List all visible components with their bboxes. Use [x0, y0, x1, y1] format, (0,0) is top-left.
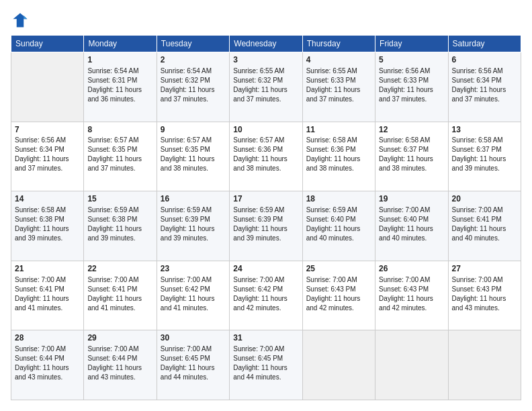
day-header-friday: Friday — [375, 36, 448, 52]
day-info: and 39 minutes. — [161, 234, 226, 243]
day-number: 8 — [87, 124, 152, 136]
day-info: and 36 minutes. — [87, 95, 152, 104]
day-info: Sunset: 6:42 PM — [161, 285, 226, 294]
day-info: Sunset: 6:37 PM — [452, 145, 517, 154]
day-number: 17 — [233, 193, 298, 205]
day-info: Daylight: 11 hours — [452, 224, 517, 234]
day-header-tuesday: Tuesday — [157, 36, 229, 52]
day-info: Sunset: 6:41 PM — [15, 285, 80, 294]
day-info: Sunset: 6:38 PM — [15, 215, 80, 224]
day-info: Daylight: 11 hours — [306, 224, 371, 234]
day-number: 3 — [233, 54, 298, 66]
day-info: and 38 minutes. — [161, 164, 226, 173]
day-info: Sunset: 6:40 PM — [379, 215, 444, 224]
calendar-cell: 23Sunrise: 7:00 AMSunset: 6:42 PMDayligh… — [157, 261, 229, 330]
day-info: Sunrise: 6:55 AM — [233, 66, 298, 76]
day-info: Daylight: 11 hours — [87, 294, 152, 304]
day-number: 29 — [87, 332, 152, 344]
day-info: Sunrise: 7:00 AM — [87, 345, 152, 354]
day-info: and 38 minutes. — [379, 164, 444, 173]
calendar-cell: 31Sunrise: 7:00 AMSunset: 6:45 PMDayligh… — [230, 330, 302, 400]
day-info: and 41 minutes. — [161, 304, 226, 313]
day-number: 14 — [15, 193, 80, 205]
day-info: Sunrise: 6:54 AM — [87, 66, 152, 76]
calendar-cell: 6Sunrise: 6:56 AMSunset: 6:34 PMDaylight… — [448, 52, 521, 122]
day-info: Daylight: 11 hours — [379, 294, 444, 304]
day-info: Sunrise: 7:00 AM — [379, 275, 444, 285]
calendar-cell — [302, 330, 375, 400]
calendar-cell: 8Sunrise: 6:57 AMSunset: 6:35 PMDaylight… — [84, 122, 157, 191]
day-info: Daylight: 11 hours — [161, 294, 226, 304]
day-info: Daylight: 11 hours — [233, 85, 298, 95]
day-info: Sunset: 6:33 PM — [306, 76, 371, 85]
day-info: Sunset: 6:35 PM — [87, 145, 152, 154]
day-info: Daylight: 11 hours — [452, 85, 517, 95]
calendar: SundayMondayTuesdayWednesdayThursdayFrid… — [11, 35, 521, 400]
day-info: Sunset: 6:43 PM — [306, 285, 371, 294]
day-info: Sunset: 6:41 PM — [452, 215, 517, 224]
calendar-cell: 17Sunrise: 6:59 AMSunset: 6:39 PMDayligh… — [230, 191, 302, 261]
day-info: Daylight: 11 hours — [379, 154, 444, 164]
svg-marker-0 — [13, 13, 28, 28]
day-info: Sunrise: 6:56 AM — [379, 66, 444, 76]
day-number: 6 — [452, 54, 517, 66]
day-info: and 37 minutes. — [15, 164, 80, 173]
day-info: Sunset: 6:41 PM — [87, 285, 152, 294]
day-info: Daylight: 11 hours — [233, 294, 298, 304]
day-info: Sunrise: 6:54 AM — [161, 66, 226, 76]
day-info: Sunrise: 7:00 AM — [379, 205, 444, 215]
calendar-cell: 9Sunrise: 6:57 AMSunset: 6:35 PMDaylight… — [157, 122, 229, 191]
calendar-cell: 7Sunrise: 6:56 AMSunset: 6:34 PMDaylight… — [11, 122, 84, 191]
day-info: and 37 minutes. — [87, 164, 152, 173]
day-info: and 42 minutes. — [306, 304, 371, 313]
day-info: Sunset: 6:36 PM — [306, 145, 371, 154]
day-info: Daylight: 11 hours — [452, 154, 517, 164]
day-info: Sunrise: 7:00 AM — [306, 275, 371, 285]
day-info: and 40 minutes. — [306, 234, 371, 243]
day-info: Daylight: 11 hours — [306, 154, 371, 164]
day-number: 2 — [161, 54, 226, 66]
day-number: 19 — [379, 193, 444, 205]
calendar-cell: 18Sunrise: 6:59 AMSunset: 6:40 PMDayligh… — [302, 191, 375, 261]
day-info: and 39 minutes. — [233, 234, 298, 243]
day-info: and 37 minutes. — [379, 95, 444, 104]
day-info: Sunrise: 6:59 AM — [233, 205, 298, 215]
day-info: Daylight: 11 hours — [161, 224, 226, 234]
logo-icon — [11, 11, 30, 30]
day-info: Sunrise: 6:56 AM — [452, 66, 517, 76]
day-info: Sunrise: 6:57 AM — [87, 136, 152, 145]
calendar-cell: 16Sunrise: 6:59 AMSunset: 6:39 PMDayligh… — [157, 191, 229, 261]
svg-marker-1 — [24, 15, 27, 19]
day-info: Sunset: 6:33 PM — [379, 76, 444, 85]
day-info: and 43 minutes. — [452, 304, 517, 313]
day-info: Sunrise: 7:00 AM — [452, 275, 517, 285]
calendar-cell: 1Sunrise: 6:54 AMSunset: 6:31 PMDaylight… — [84, 52, 157, 122]
calendar-cell: 29Sunrise: 7:00 AMSunset: 6:44 PMDayligh… — [84, 330, 157, 400]
day-info: Daylight: 11 hours — [379, 85, 444, 95]
day-info: Sunset: 6:38 PM — [87, 215, 152, 224]
day-number: 26 — [379, 263, 444, 275]
calendar-cell: 22Sunrise: 7:00 AMSunset: 6:41 PMDayligh… — [84, 261, 157, 330]
calendar-cell: 3Sunrise: 6:55 AMSunset: 6:32 PMDaylight… — [230, 52, 302, 122]
calendar-cell: 15Sunrise: 6:59 AMSunset: 6:38 PMDayligh… — [84, 191, 157, 261]
day-info: Sunset: 6:34 PM — [15, 145, 80, 154]
day-info: Sunset: 6:45 PM — [161, 354, 226, 363]
day-info: and 37 minutes. — [233, 95, 298, 104]
calendar-cell: 30Sunrise: 7:00 AMSunset: 6:45 PMDayligh… — [157, 330, 229, 400]
day-info: Sunset: 6:32 PM — [233, 76, 298, 85]
calendar-week-3: 14Sunrise: 6:58 AMSunset: 6:38 PMDayligh… — [11, 191, 521, 261]
day-number: 11 — [306, 124, 371, 136]
day-info: Sunset: 6:37 PM — [379, 145, 444, 154]
day-info: Sunrise: 6:58 AM — [306, 136, 371, 145]
day-info: Sunrise: 6:56 AM — [15, 136, 80, 145]
calendar-cell — [11, 52, 84, 122]
day-info: Sunset: 6:40 PM — [306, 215, 371, 224]
day-info: and 41 minutes. — [15, 304, 80, 313]
calendar-cell: 14Sunrise: 6:58 AMSunset: 6:38 PMDayligh… — [11, 191, 84, 261]
day-number: 4 — [306, 54, 371, 66]
day-number: 21 — [15, 263, 80, 275]
day-info: and 42 minutes. — [379, 304, 444, 313]
day-info: Daylight: 11 hours — [161, 363, 226, 373]
day-info: Daylight: 11 hours — [87, 363, 152, 373]
day-info: Sunrise: 6:59 AM — [161, 205, 226, 215]
